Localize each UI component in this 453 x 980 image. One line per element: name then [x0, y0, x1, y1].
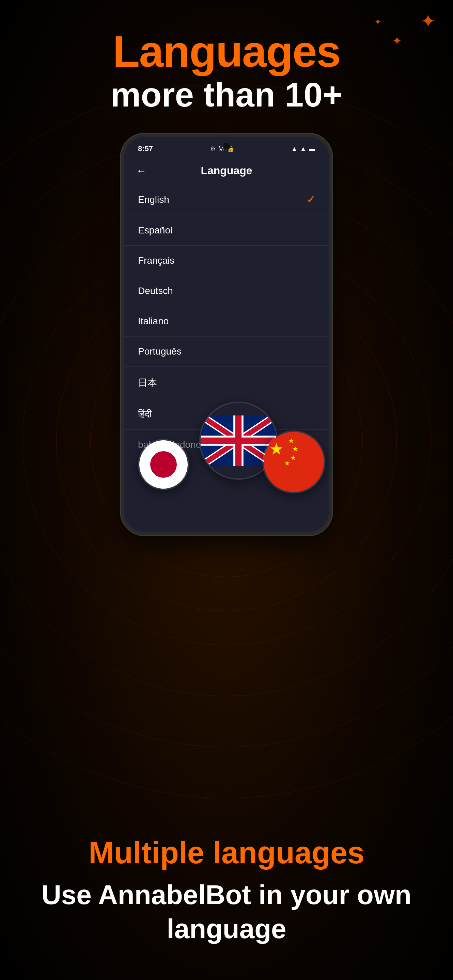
language-name-francais: Français	[138, 255, 174, 266]
battery-icon: ▬	[309, 145, 315, 153]
app-header: ← Language	[124, 158, 329, 184]
language-item-portugues[interactable]: Português	[124, 337, 329, 367]
language-name-japanese: 日本	[138, 376, 157, 389]
language-name-deutsch: Deutsch	[138, 285, 173, 296]
china-star-sm-3: ★	[290, 453, 296, 462]
china-flag: ★ ★ ★ ★ ★	[262, 430, 325, 493]
language-item-francais[interactable]: Français	[124, 246, 329, 276]
china-star-sm-2: ★	[292, 445, 298, 453]
header-section: Languages more than 10+	[0, 0, 453, 113]
language-item-italiano[interactable]: Italiano	[124, 306, 329, 337]
japan-circle	[150, 451, 177, 478]
signal-icon: ▲	[300, 145, 306, 153]
status-icons-right: ▲ ▲ ▬	[291, 145, 315, 153]
wifi-icon: ▲	[291, 145, 297, 153]
status-time: 8:57	[138, 144, 153, 153]
china-flag-design: ★ ★ ★ ★ ★	[264, 432, 324, 492]
language-item-espanol[interactable]: Español	[124, 215, 329, 246]
language-item-english[interactable]: English ✓	[124, 184, 329, 215]
app-screen-title: Language	[153, 164, 300, 177]
check-icon-english: ✓	[306, 194, 315, 205]
back-button[interactable]: ←	[136, 165, 147, 177]
main-title: Languages	[0, 27, 453, 76]
china-star-large: ★	[269, 439, 284, 458]
japan-flag	[138, 439, 189, 490]
china-star-sm-1: ★	[288, 437, 294, 445]
language-name-espanol: Español	[138, 225, 172, 236]
language-name-portugues: Português	[138, 346, 182, 357]
flags-container: ★ ★ ★ ★ ★	[107, 388, 346, 497]
bottom-title: Multiple languages	[27, 834, 426, 871]
language-name-italiano: Italiano	[138, 316, 169, 327]
japan-flag-design	[139, 440, 188, 488]
language-name-english: English	[138, 194, 169, 205]
china-star-sm-4: ★	[284, 459, 290, 467]
camera-notch	[222, 142, 231, 150]
settings-icon: ⚙	[210, 145, 215, 153]
bottom-section: Multiple languages Use AnnabelBot in you…	[0, 807, 453, 980]
bottom-subtitle: Use AnnabelBot in your own language	[27, 878, 426, 946]
language-item-deutsch[interactable]: Deutsch	[124, 276, 329, 306]
main-subtitle: more than 10+	[0, 76, 453, 113]
